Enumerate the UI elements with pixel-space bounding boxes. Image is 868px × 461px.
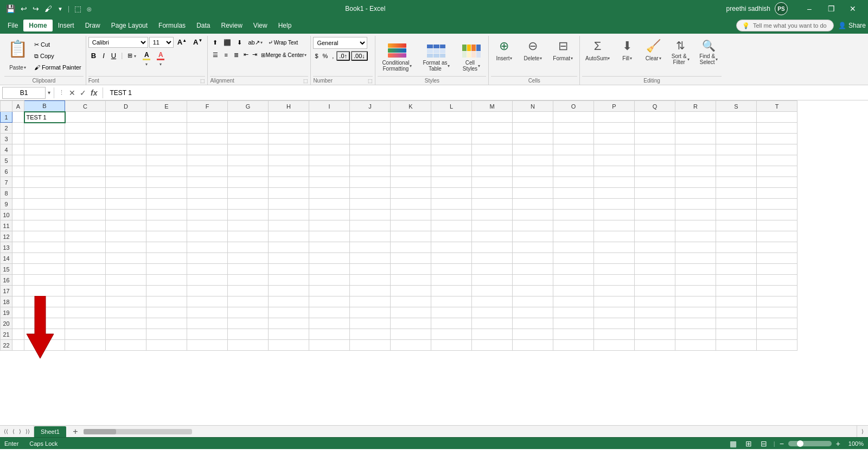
cell-b18[interactable] [24,296,65,307]
cell-i3[interactable] [309,134,350,144]
col-header-d[interactable]: D [106,101,146,112]
cell-e12[interactable] [146,231,187,242]
font-color-button[interactable]: A ▾ [154,50,167,61]
cell-j14[interactable] [350,253,391,264]
col-header-r[interactable]: R [675,101,716,112]
cell-n2[interactable] [513,123,553,134]
cell-g9[interactable] [228,199,269,210]
wrap-text-button[interactable]: ⤶ Wrap Text [266,37,301,48]
cell-g8[interactable] [228,188,269,199]
col-header-c[interactable]: C [65,101,106,112]
cell-t18[interactable] [757,296,797,307]
cell-s10[interactable] [716,210,757,220]
cell-e2[interactable] [146,123,187,134]
zoom-slider[interactable] [788,441,832,446]
cell-i16[interactable] [309,275,350,286]
cell-p13[interactable] [594,242,635,253]
cell-j11[interactable] [350,220,391,231]
cell-s16[interactable] [716,275,757,286]
currency-button[interactable]: $ [313,51,320,61]
cell-i19[interactable] [309,307,350,318]
cell-r8[interactable] [675,188,716,199]
row-header-19[interactable]: 19 [1,307,12,318]
cell-r22[interactable] [675,340,716,351]
cell-f21[interactable] [187,329,228,340]
cell-d9[interactable] [106,199,146,210]
cell-s19[interactable] [716,307,757,318]
cell-i2[interactable] [309,123,350,134]
cell-l4[interactable] [431,144,472,155]
cell-c9[interactable] [65,199,106,210]
cell-p3[interactable] [594,134,635,144]
cell-p14[interactable] [594,253,635,264]
zoom-minus-button[interactable]: − [780,439,784,448]
cell-f15[interactable] [187,264,228,275]
cell-g7[interactable] [228,177,269,188]
cell-m4[interactable] [472,144,513,155]
cell-q11[interactable] [635,220,675,231]
cell-n3[interactable] [513,134,553,144]
align-center-button[interactable]: ≡ [221,49,230,60]
redo-button[interactable]: ↪ [31,3,41,14]
row-header-1[interactable]: 1 [1,112,12,123]
cell-s2[interactable] [716,123,757,134]
cell-d7[interactable] [106,177,146,188]
cell-c12[interactable] [65,231,106,242]
cell-h1[interactable] [269,112,309,123]
cell-s4[interactable] [716,144,757,155]
cell-g16[interactable] [228,275,269,286]
cell-d3[interactable] [106,134,146,144]
cell-r19[interactable] [675,307,716,318]
cell-t19[interactable] [757,307,797,318]
cell-h7[interactable] [269,177,309,188]
cell-e10[interactable] [146,210,187,220]
grid-area[interactable]: A B C D E F G H I J K L M N O P Q [0,100,868,425]
cell-r1[interactable] [675,112,716,123]
cell-h11[interactable] [269,220,309,231]
cell-f11[interactable] [187,220,228,231]
cell-s6[interactable] [716,166,757,177]
cell-l10[interactable] [431,210,472,220]
cell-m14[interactable] [472,253,513,264]
quick-access-paint[interactable]: 🖌 [43,3,54,14]
cell-h17[interactable] [269,286,309,296]
cell-n7[interactable] [513,177,553,188]
cell-i11[interactable] [309,220,350,231]
cell-a17[interactable] [12,286,24,296]
cell-q13[interactable] [635,242,675,253]
cell-d20[interactable] [106,318,146,329]
cell-s13[interactable] [716,242,757,253]
menu-insert[interactable]: Insert [53,20,80,31]
cell-q8[interactable] [635,188,675,199]
cell-c5[interactable] [65,155,106,166]
row-header-6[interactable]: 6 [1,166,12,177]
cell-h10[interactable] [269,210,309,220]
cell-b14[interactable] [24,253,65,264]
cell-g12[interactable] [228,231,269,242]
cell-i15[interactable] [309,264,350,275]
cell-l12[interactable] [431,231,472,242]
cell-s7[interactable] [716,177,757,188]
cell-j2[interactable] [350,123,391,134]
cell-d13[interactable] [106,242,146,253]
cell-i18[interactable] [309,296,350,307]
cell-b12[interactable] [24,231,65,242]
cell-o2[interactable] [553,123,594,134]
menu-page-layout[interactable]: Page Layout [106,20,153,31]
cell-r2[interactable] [675,123,716,134]
cell-k4[interactable] [391,144,431,155]
cell-n17[interactable] [513,286,553,296]
cell-n13[interactable] [513,242,553,253]
cell-k20[interactable] [391,318,431,329]
cell-n9[interactable] [513,199,553,210]
cell-d18[interactable] [106,296,146,307]
cell-t20[interactable] [757,318,797,329]
cell-c6[interactable] [65,166,106,177]
cell-k16[interactable] [391,275,431,286]
cell-r16[interactable] [675,275,716,286]
cell-p12[interactable] [594,231,635,242]
cell-f18[interactable] [187,296,228,307]
align-bottom-button[interactable]: ⬇ [234,37,245,48]
cell-o18[interactable] [553,296,594,307]
menu-data[interactable]: Data [191,20,215,31]
